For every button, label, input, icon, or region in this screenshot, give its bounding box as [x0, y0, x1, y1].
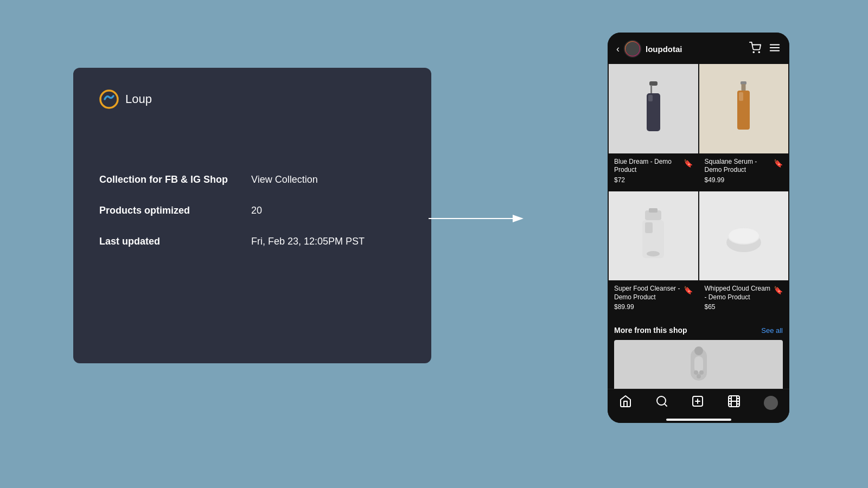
product-card-superfood[interactable]: Super Food Cleanser - Demo Product $89.9…: [609, 191, 698, 318]
phone-header: ‹ loupdotai: [608, 33, 789, 63]
product-name-whipped: Whipped Cloud Cream - Demo Product: [705, 285, 774, 301]
svg-rect-13: [742, 84, 746, 91]
left-card: Loup Collection for FB & IG Shop View Co…: [73, 68, 431, 363]
product-info-superfood: Super Food Cleanser - Demo Product $89.9…: [609, 280, 698, 317]
svg-point-29: [697, 374, 701, 378]
nav-reels-icon[interactable]: [727, 395, 741, 411]
logo-area: Loup: [99, 89, 405, 109]
svg-marker-2: [513, 215, 524, 222]
home-bar: [666, 419, 731, 421]
phone-mockup: ‹ loupdotai: [608, 33, 789, 423]
product-image-blue-dream: [609, 64, 698, 153]
nav-add-icon[interactable]: [691, 395, 704, 411]
svg-point-4: [758, 52, 760, 53]
svg-point-0: [100, 91, 118, 108]
product-card-squalane[interactable]: Squalane Serum - Demo Product $49.99 🔖: [699, 64, 789, 190]
profile-avatar: [624, 40, 641, 57]
collection-label: Collection for FB & IG Shop: [99, 174, 251, 185]
bookmark-icon-whipped[interactable]: 🔖: [774, 286, 783, 294]
product-name-squalane: Squalane Serum - Demo Product: [705, 158, 774, 175]
see-all-link[interactable]: See all: [761, 326, 783, 335]
logo-text: Loup: [125, 92, 152, 106]
svg-point-20: [647, 251, 660, 256]
product-image-superfood: [609, 191, 698, 281]
svg-rect-15: [739, 92, 743, 101]
svg-line-31: [665, 404, 667, 406]
back-icon[interactable]: ‹: [616, 43, 620, 55]
product-info-blue-dream: Blue Dream - Demo Product $72 🔖: [609, 153, 698, 190]
nav-profile-icon[interactable]: [764, 396, 778, 410]
product-name-blue-dream: Blue Dream - Demo Product: [614, 158, 684, 175]
product-info-whipped: Whipped Cloud Cream - Demo Product $65 🔖: [699, 280, 789, 317]
product-price-blue-dream: $72: [614, 176, 684, 184]
phone-header-right: [749, 42, 781, 56]
svg-rect-17: [649, 208, 658, 213]
bookmark-icon-superfood[interactable]: 🔖: [684, 286, 693, 294]
product-card-blue-dream[interactable]: Blue Dream - Demo Product $72 🔖: [609, 64, 698, 190]
more-product-image[interactable]: [614, 340, 783, 389]
svg-point-3: [753, 52, 754, 53]
svg-point-27: [694, 370, 698, 375]
svg-rect-9: [650, 85, 652, 93]
svg-rect-26: [694, 356, 703, 373]
collection-row: Collection for FB & IG Shop View Collect…: [99, 174, 405, 185]
nav-home-icon[interactable]: [619, 395, 632, 411]
product-price-whipped: $65: [705, 303, 774, 311]
product-name-superfood: Super Food Cleanser - Demo Product: [614, 285, 684, 301]
loup-logo-icon: [99, 89, 119, 109]
phone-nav: [608, 389, 789, 414]
product-card-whipped[interactable]: Whipped Cloud Cream - Demo Product $65 🔖: [699, 191, 789, 318]
svg-rect-8: [649, 81, 658, 86]
product-price-superfood: $89.99: [614, 303, 684, 311]
cart-icon[interactable]: [749, 42, 761, 56]
svg-point-28: [699, 370, 704, 375]
products-value: 20: [251, 205, 262, 216]
more-title: More from this shop: [614, 326, 687, 335]
info-table: Collection for FB & IG Shop View Collect…: [99, 174, 405, 247]
product-info-squalane: Squalane Serum - Demo Product $49.99 🔖: [699, 153, 789, 190]
collection-value[interactable]: View Collection: [251, 174, 318, 185]
svg-rect-11: [648, 95, 653, 101]
bookmark-icon-squalane[interactable]: 🔖: [774, 159, 783, 168]
bookmark-icon-blue-dream[interactable]: 🔖: [684, 159, 693, 168]
more-header: More from this shop See all: [614, 326, 783, 335]
phone-header-left: ‹ loupdotai: [616, 40, 682, 57]
product-image-squalane: [699, 64, 789, 153]
products-row: Products optimized 20: [99, 205, 405, 216]
updated-row: Last updated Fri, Feb 23, 12:05PM PST: [99, 236, 405, 247]
profile-username[interactable]: loupdotai: [646, 44, 682, 54]
updated-label: Last updated: [99, 236, 251, 247]
svg-point-25: [694, 346, 703, 355]
nav-search-icon[interactable]: [655, 395, 668, 411]
arrow: [429, 210, 524, 227]
svg-point-23: [729, 228, 759, 243]
phone-content[interactable]: Blue Dream - Demo Product $72 🔖: [608, 63, 789, 389]
product-grid: Blue Dream - Demo Product $72 🔖: [608, 63, 789, 318]
menu-icon[interactable]: [769, 42, 781, 56]
product-image-whipped: [699, 191, 789, 281]
home-indicator: [608, 414, 789, 423]
product-price-squalane: $49.99: [705, 176, 774, 184]
updated-value: Fri, Feb 23, 12:05PM PST: [251, 236, 365, 247]
svg-rect-19: [645, 222, 653, 233]
products-label: Products optimized: [99, 205, 251, 216]
more-section: More from this shop See all: [608, 318, 789, 389]
